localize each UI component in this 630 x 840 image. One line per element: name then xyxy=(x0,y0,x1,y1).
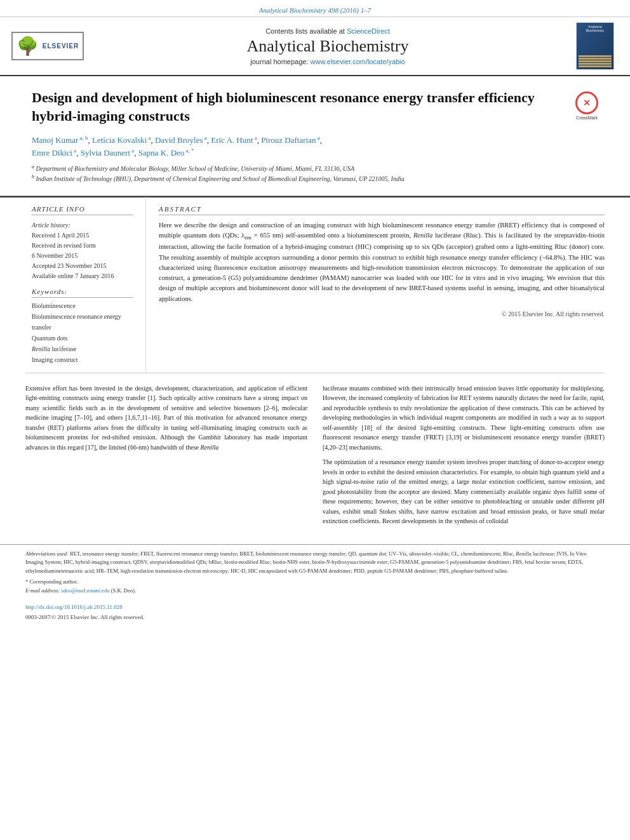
keyword-3: Quantum dots xyxy=(32,333,133,343)
header-section: 🌳 ELSEVIER Contents lists available at S… xyxy=(0,17,630,76)
body-section: Extensive effort has been invested in th… xyxy=(0,373,630,544)
abstract-text: Here we describe the design and construc… xyxy=(159,220,605,305)
cover-stripe-2 xyxy=(579,58,612,60)
author-pirouz: Pirouz Daftarian xyxy=(261,136,316,145)
crossmark-icon: ✕ xyxy=(575,91,598,114)
contents-text: Contents lists available at xyxy=(265,27,345,35)
keywords-heading: Keywords: xyxy=(32,288,133,298)
tree-icon: 🌳 xyxy=(17,36,39,57)
crossmark: ✕ CrossMark xyxy=(575,91,598,120)
contents-line: Contents lists available at ScienceDirec… xyxy=(89,27,566,35)
email-link[interactable]: sdeo@med.miami.edu xyxy=(61,587,109,594)
author-sapna-sup: a, * xyxy=(184,147,194,154)
cover-stripes xyxy=(579,55,612,67)
author-manoj-sup: a, b xyxy=(78,135,88,141)
body-paragraph-1: Extensive effort has been invested in th… xyxy=(25,383,307,453)
keywords-list: Bioluminescence Bioluminescence resonanc… xyxy=(32,300,133,365)
article-info-heading: ARTICLE INFO xyxy=(32,205,133,215)
keyword-1: Bioluminescence xyxy=(32,300,133,311)
authors-line: Manoj Kumar a, b, Letícia Kovalski a, Da… xyxy=(32,134,598,159)
bottom-links: http://dx.doi.org/10.1016/j.ab.2015.11.0… xyxy=(0,601,630,613)
accepted-date: Accepted 23 November 2015 xyxy=(32,261,133,271)
author-david: David Broyles xyxy=(155,136,203,145)
page: Analytical Biochemistry 498 (2016) 1–7 🌳… xyxy=(0,0,630,840)
author-manoj: Manoj Kumar xyxy=(32,136,78,145)
abstract-column: ABSTRACT Here we describe the design and… xyxy=(146,196,630,373)
footnote-section: Abbreviations used: RET, resonance energ… xyxy=(0,544,630,602)
journal-cover: AnalyticalBiochemistry xyxy=(573,22,617,70)
affiliation-b: b Indian Institute of Technology (BHU), … xyxy=(32,173,598,183)
online-date: Available online 7 January 2016 xyxy=(32,271,133,281)
keyword-5: Imaging construct xyxy=(32,354,133,365)
article-header: Design and development of high biolumine… xyxy=(0,76,630,196)
cover-stripe-5 xyxy=(579,65,612,67)
body-left-column: Extensive effort has been invested in th… xyxy=(25,383,307,531)
affiliation-a: a Department of Biochemistry and Molecul… xyxy=(32,163,598,173)
journal-ref: Analytical Biochemistry 498 (2016) 1–7 xyxy=(259,6,372,14)
doi-link[interactable]: http://dx.doi.org/10.1016/j.ab.2015.11.0… xyxy=(25,604,605,610)
author-eric: Eric A. Hunt xyxy=(211,136,253,145)
body-paragraph-3: The optimization of a resonance energy t… xyxy=(323,457,605,526)
abstract-heading: ABSTRACT xyxy=(159,205,605,215)
cover-stripe-3 xyxy=(579,60,612,62)
homepage-text: journal homepage: xyxy=(250,58,308,65)
author-emre: Emre Dikici xyxy=(32,148,72,157)
keyword-2: Bioluminescence resonance energy transfe… xyxy=(32,311,133,333)
elsevier-text: ELSEVIER xyxy=(43,43,79,50)
header-center: Contents lists available at ScienceDirec… xyxy=(89,27,566,65)
cover-stripe-4 xyxy=(579,63,612,65)
homepage-line: journal homepage: www.elsevier.com/locat… xyxy=(89,58,566,65)
article-info-column: ARTICLE INFO Article history: Received 1… xyxy=(0,196,146,373)
author-sylvia: Sylvia Daunert xyxy=(81,148,130,157)
logo-box: 🌳 ELSEVIER xyxy=(11,32,84,60)
crossmark-label: CrossMark xyxy=(575,116,598,120)
received-date: Received 1 April 2015 xyxy=(32,230,133,241)
history-title: Article history: xyxy=(32,220,133,230)
cover-title: AnalyticalBiochemistry xyxy=(586,25,605,32)
keywords-section: Keywords: Bioluminescence Bioluminescenc… xyxy=(32,288,133,365)
cover-image: AnalyticalBiochemistry xyxy=(576,22,614,70)
elsevier-logo: 🌳 ELSEVIER xyxy=(13,32,83,60)
keyword-4: Renilla luciferase xyxy=(32,343,133,354)
author-leticia: Letícia Kovalski xyxy=(92,136,147,145)
cover-stripe-1 xyxy=(579,55,612,57)
abbreviations-text: Abbreviations used: RET, resonance energ… xyxy=(25,550,605,576)
affiliation-a-sup: a xyxy=(32,164,34,170)
revised-date: Received in revised form6 November 2015 xyxy=(32,241,133,261)
author-sapna: Sapna K. Deo xyxy=(138,148,185,157)
article-title: Design and development of high biolumine… xyxy=(32,89,569,125)
journal-bar: Analytical Biochemistry 498 (2016) 1–7 xyxy=(0,0,630,17)
affiliations: a Department of Biochemistry and Molecul… xyxy=(32,163,598,184)
body-paragraph-2: luciferase mutants combined with their i… xyxy=(323,383,605,453)
bottom-copyright: 0003-2697/© 2015 Elsevier Inc. All right… xyxy=(0,613,630,625)
journal-title: Analytical Biochemistry xyxy=(89,37,566,56)
copyright-line: © 2015 Elsevier Inc. All rights reserved… xyxy=(159,310,605,317)
article-history: Article history: Received 1 April 2015 R… xyxy=(32,220,133,281)
sciencedirect-link[interactable]: ScienceDirect xyxy=(347,27,390,35)
body-right-column: luciferase mutants combined with their i… xyxy=(323,383,605,531)
affiliation-b-sup: b xyxy=(32,174,34,180)
homepage-link[interactable]: www.elsevier.com/locate/yabio xyxy=(311,58,405,65)
corresponding-note: * Corresponding author. E-mail address: … xyxy=(25,578,605,595)
